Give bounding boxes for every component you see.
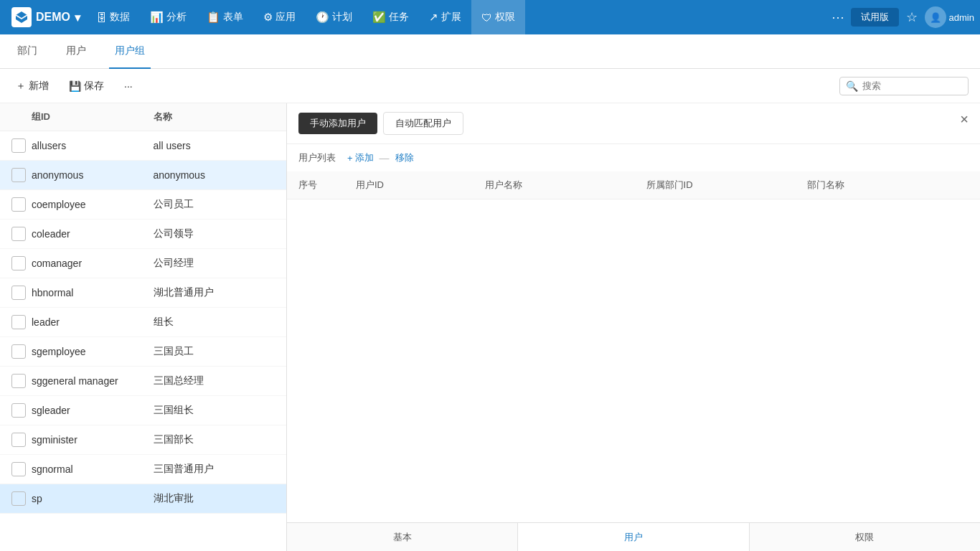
- row-group-name: 公司经理: [154, 257, 275, 270]
- checkbox[interactable]: [11, 168, 26, 182]
- checkbox[interactable]: [11, 491, 26, 506]
- row-check[interactable]: [11, 168, 32, 182]
- save-label: 保存: [84, 80, 104, 93]
- bottom-tabs: 基本 用户 权限: [287, 522, 980, 551]
- tab-dept[interactable]: 部门: [11, 34, 43, 69]
- row-check[interactable]: [11, 491, 32, 506]
- checkbox[interactable]: [11, 315, 26, 329]
- checkbox[interactable]: [11, 433, 26, 447]
- row-check[interactable]: [11, 138, 32, 153]
- row-check[interactable]: [11, 286, 32, 300]
- manual-add-tab[interactable]: 手动添加用户: [298, 113, 377, 134]
- checkbox[interactable]: [11, 344, 26, 359]
- trial-button[interactable]: 试用版: [851, 8, 899, 27]
- table-row[interactable]: sgminister 三国部长: [0, 425, 286, 455]
- checkbox[interactable]: [11, 197, 26, 212]
- remove-user-link[interactable]: 移除: [395, 151, 414, 164]
- checkbox[interactable]: [11, 256, 26, 270]
- more-button[interactable]: ···: [120, 77, 137, 95]
- row-group-id: sgnormal: [32, 463, 154, 475]
- nav-permission[interactable]: 🛡 权限: [471, 0, 525, 34]
- nav-data[interactable]: 🗄 数据: [86, 0, 140, 34]
- app-name: DEMO: [36, 11, 70, 24]
- checkbox[interactable]: [11, 227, 26, 241]
- row-check[interactable]: [11, 374, 32, 388]
- row-group-name: 三国总经理: [154, 375, 275, 387]
- tab-user-group[interactable]: 用户组: [109, 34, 151, 69]
- tab-user[interactable]: 用户: [60, 34, 92, 69]
- app-logo[interactable]: DEMO ▾: [6, 7, 86, 27]
- save-button[interactable]: 💾 保存: [65, 77, 108, 95]
- add-user-icon: +: [347, 153, 353, 164]
- auto-match-tab[interactable]: 自动匹配用户: [383, 112, 463, 135]
- row-group-name: anonymous: [154, 169, 275, 181]
- bottom-tab-basic[interactable]: 基本: [287, 523, 518, 552]
- row-check[interactable]: [11, 227, 32, 241]
- nav-plan-label: 计划: [332, 11, 352, 24]
- row-check[interactable]: [11, 403, 32, 418]
- search-box[interactable]: 🔍: [839, 77, 969, 95]
- checkbox[interactable]: [11, 374, 26, 388]
- table-row[interactable]: sgemployee 三国员工: [0, 337, 286, 367]
- table-row[interactable]: sgleader 三国组长: [0, 396, 286, 425]
- permission-icon: 🛡: [481, 11, 492, 24]
- nav-plan[interactable]: 🕐 计划: [306, 0, 362, 34]
- table-row[interactable]: sggeneral manager 三国总经理: [0, 367, 286, 396]
- checkbox[interactable]: [11, 286, 26, 300]
- nav-expand-label: 扩展: [441, 11, 461, 24]
- checkbox[interactable]: [11, 403, 26, 418]
- table-row[interactable]: sgnormal 三国普通用户: [0, 455, 286, 484]
- search-input[interactable]: [862, 80, 962, 91]
- table-row[interactable]: leader 组长: [0, 308, 286, 337]
- row-group-name: 湖北普通用户: [154, 286, 275, 299]
- add-button[interactable]: ＋ 新增: [11, 77, 53, 95]
- checkbox[interactable]: [11, 138, 26, 153]
- bottom-tab-user[interactable]: 用户: [518, 523, 749, 552]
- nav-task[interactable]: ✅ 任务: [362, 0, 419, 34]
- row-check[interactable]: [11, 462, 32, 476]
- main-content: 组ID 名称 allusers all users anonymous anon…: [0, 103, 980, 551]
- row-group-id: coemployee: [32, 199, 154, 210]
- row-group-name: 组长: [154, 316, 275, 329]
- nav-form[interactable]: 📋 表单: [197, 0, 253, 34]
- nav-more-button[interactable]: ···: [829, 10, 848, 25]
- separator: —: [380, 152, 390, 164]
- admin-label[interactable]: admin: [949, 12, 974, 23]
- nav-expand[interactable]: ↗ 扩展: [419, 0, 471, 34]
- table-row[interactable]: anonymous anonymous: [0, 161, 286, 190]
- favorite-icon[interactable]: ☆: [902, 9, 922, 25]
- table-row[interactable]: coemployee 公司员工: [0, 190, 286, 220]
- panel-header: 手动添加用户 自动匹配用户 ×: [287, 103, 980, 144]
- add-user-link[interactable]: + 添加: [347, 151, 374, 164]
- checkbox[interactable]: [11, 462, 26, 476]
- close-button[interactable]: ×: [960, 112, 969, 126]
- row-group-name: 公司员工: [154, 198, 275, 211]
- data-icon: 🗄: [96, 11, 107, 24]
- nav-form-label: 表单: [223, 11, 243, 24]
- row-group-name: 湖北审批: [154, 492, 275, 505]
- avatar[interactable]: 👤: [925, 6, 946, 28]
- row-check[interactable]: [11, 197, 32, 212]
- nav-analysis[interactable]: 📊 分析: [140, 0, 197, 34]
- table-row[interactable]: sp 湖北审批: [0, 484, 286, 514]
- row-check[interactable]: [11, 433, 32, 447]
- row-group-id: comanager: [32, 258, 154, 269]
- dept-id-col-header: 所属部门ID: [646, 179, 808, 192]
- row-check[interactable]: [11, 344, 32, 359]
- row-check[interactable]: [11, 256, 32, 270]
- left-panel: 组ID 名称 allusers all users anonymous anon…: [0, 103, 287, 551]
- table-row[interactable]: allusers all users: [0, 131, 286, 161]
- row-group-id: anonymous: [32, 169, 154, 181]
- bottom-tab-permission[interactable]: 权限: [750, 523, 980, 552]
- row-group-id: leader: [32, 316, 154, 328]
- nav-app[interactable]: ⚙ 应用: [253, 0, 306, 34]
- table-row[interactable]: hbnormal 湖北普通用户: [0, 278, 286, 308]
- table-row[interactable]: coleader 公司领导: [0, 220, 286, 249]
- row-group-name: 三国员工: [154, 345, 275, 358]
- table-row[interactable]: comanager 公司经理: [0, 249, 286, 278]
- row-group-id: sgminister: [32, 434, 154, 446]
- nav-right: ··· 试用版 ☆ 👤 admin: [829, 6, 974, 28]
- row-check[interactable]: [11, 315, 32, 329]
- nav-task-label: 任务: [389, 11, 409, 24]
- tab-user-group-label: 用户组: [115, 44, 145, 57]
